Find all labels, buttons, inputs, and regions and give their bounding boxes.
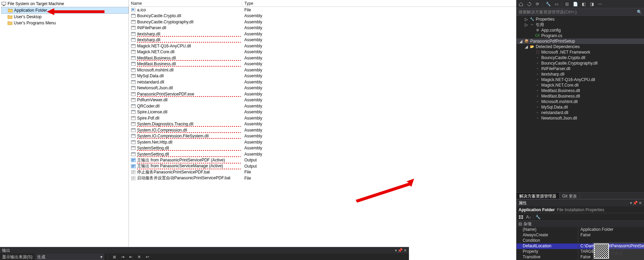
tree-node[interactable]: ▫Magick.NET.Core.dll [517,82,644,88]
file-row[interactable]: System.IO.Compression.FileSystem.dllAsse… [129,133,516,139]
output-pin-icon[interactable]: 📌 [398,248,403,253]
tree-node[interactable]: ⚙App.config [517,27,644,33]
search-input[interactable] [519,10,635,14]
tree-node[interactable]: ▫INIFileParser.dll [517,66,644,71]
property-row[interactable]: AlwaysCreateFalse [517,233,644,238]
file-row[interactable]: 停止服务PanasonicPrintServicePDF.batFile [129,169,516,176]
tree-node[interactable]: ▫BouncyCastle.Crypto.dll [517,55,644,60]
tree-node[interactable]: ▫Medifast.Business.dll [517,93,644,99]
tab[interactable]: 解决方案资源管理器 [517,193,559,199]
tree-node[interactable]: ▫BouncyCastle.Cryptography.dll [517,60,644,66]
more-icon[interactable]: ⋯ [597,1,603,7]
twisty-icon[interactable]: ▷ [524,22,528,27]
fs-folder-label: User's Programs Menu [14,21,56,25]
output-tool-3-icon[interactable]: ⇤ [128,254,134,260]
tree-node[interactable]: ▷▫▫引用 [517,22,644,27]
refresh-icon[interactable]: ⟳ [534,1,541,7]
spell-error-underline [137,150,241,151]
tree-node[interactable]: ▫Medifast.Business.dll [517,88,644,93]
tree-node[interactable]: ▫Newtonsoft.Json.dll [517,115,644,121]
tree-node[interactable]: ▫netstandard.dll [517,110,644,115]
file-row[interactable]: INIFileParser.dllAssembly [129,25,516,31]
property-value[interactable]: Application Folder [578,227,644,233]
file-row[interactable]: BouncyCastle.Crypto.dllAssembly [129,13,516,19]
tree-node[interactable]: ▫Magick.NET-Q16-AnyCPU.dll [517,77,644,82]
output-close-icon[interactable]: ✕ [403,248,407,253]
twisty-icon[interactable]: ◢ [524,44,528,49]
fs-folder[interactable]: User's Programs Menu [1,20,129,26]
file-row[interactable]: SystemSetting.dllAssembly [129,151,516,157]
fs-root-node[interactable]: File System on Target Machine [1,1,129,7]
file-row[interactable]: PanasonicPrintServicePDF.exeAssembly [129,91,516,97]
file-row[interactable]: BouncyCastle.Cryptography.dllAssembly [129,19,516,25]
file-row[interactable]: Magick.NET.Core.dllAssembly [129,49,516,55]
file-row[interactable]: System.Diagnostics.Tracing.dllAssembly [129,121,516,127]
file-row[interactable]: Spire.Pdf.dllAssembly [129,115,516,121]
file-row[interactable]: MySql.Data.dllAssembly [129,73,516,79]
col-header-type[interactable]: Type [242,0,516,7]
file-row[interactable]: itextsharp.dllAssembly [129,37,516,43]
tab[interactable]: Git 更改 [559,193,580,199]
out-icon [131,158,136,162]
file-row[interactable]: SystemSetting.dllAssembly [129,145,516,151]
file-row[interactable]: netstandard.dllAssembly [129,79,516,85]
property-value[interactable]: False [578,233,644,238]
file-row[interactable]: 主输出 from PanasonicPrintServicePDF (Activ… [129,157,516,163]
file-row[interactable]: itextsharp.dllAssembly [129,31,516,37]
tree-node[interactable]: ⬚Microsoft .NET Framework [517,49,644,55]
file-row[interactable]: Microsoft.mshtml.dllAssembly [129,67,516,73]
file-row[interactable]: Medifast.Business.dllAssembly [129,61,516,67]
tree-node[interactable]: ▫itextsharp.dll [517,71,644,77]
twisty-icon[interactable]: ◢ [519,39,523,44]
search-icon[interactable]: 🔍 [637,10,642,14]
file-row[interactable]: QRCoder.dllAssembly [129,103,516,109]
output-dropdown-icon[interactable]: ▾ [395,248,397,253]
tree-node[interactable]: ▷🔧Properties [517,16,644,22]
output-wrap-icon[interactable]: ↩ [144,254,151,260]
show-all-icon[interactable]: ▭ [553,1,559,7]
file-name: PanasonicPrintServicePDF.exe [137,92,194,97]
home-icon[interactable] [518,1,524,7]
solution-explorer-search[interactable]: 🔍 [517,8,644,16]
tree-node[interactable]: C#Program.cs [517,33,644,38]
sync-icon[interactable] [526,1,532,7]
properties-icon[interactable]: 📄 [572,1,578,7]
file-row[interactable]: Magick.NET-Q16-AnyCPU.dllAssembly [129,43,516,49]
wrench-icon[interactable]: 🔧 [545,1,551,7]
view-icon[interactable]: ◧ [580,1,587,7]
collapse-all-icon[interactable]: ⊟ [564,1,570,7]
output-clear-icon[interactable]: ✕ [136,254,142,260]
output-tool-2-icon[interactable]: ⇥ [120,254,126,260]
file-row[interactable]: 启动服务并设置自动PanasonicPrintServicePDF.batFil… [129,175,516,181]
dll-icon: ▫ [535,111,540,115]
properties-category[interactable]: ⊟ 杂项 [517,221,644,227]
output-tool-1-icon[interactable]: ≣ [111,254,118,260]
tree-node[interactable]: ▫Microsoft.mshtml.dll [517,99,644,104]
tree-node[interactable]: ▫MySql.Data.dll [517,104,644,110]
props-wrench-icon[interactable]: 🔧 [535,214,541,220]
alphabetical-icon[interactable]: A↓ [525,214,532,220]
file-row[interactable]: Spire.License.dllAssembly [129,109,516,115]
output-source-combo[interactable]: 生成 ▾ [35,254,104,260]
file-row[interactable]: 主输出 from PanasonicServiceManage (Active)… [129,163,516,169]
col-header-name[interactable]: Name [129,0,242,7]
file-row[interactable]: System.Net.Http.dllAssembly [129,139,516,145]
preview-icon[interactable]: ◨ [589,1,595,7]
pin-icon[interactable]: 📌 [633,201,638,205]
fs-folder[interactable]: User's Desktop [1,14,129,20]
twisty-icon[interactable]: ▷ [524,17,528,22]
file-row[interactable]: System.IO.Compression.dllAssembly [129,127,516,133]
file-row[interactable]: Newtonsoft.Json.dllAssembly [129,85,516,91]
tree-node[interactable]: ◢📂Detected Dependencies [517,44,644,49]
close-icon[interactable]: ✕ [639,201,642,205]
dropdown-icon[interactable]: ▾ [630,201,632,205]
property-row[interactable]: (Name)Application Folder [517,227,644,233]
solution-tree[interactable]: ▷🔧Properties▷▫▫引用⚙App.configC#Program.cs… [517,16,644,192]
file-row[interactable]: PdfiumViewer.dllAssembly [129,97,516,103]
categorized-icon[interactable] [518,214,524,220]
file-row[interactable]: Medifast.Business.dllAssembly [129,55,516,61]
file-row[interactable]: a.icoFile [129,7,516,13]
tree-node[interactable]: ◢📦PanasonicPdfPrintSetup [517,38,644,44]
asm-icon [131,32,136,36]
fs-folder[interactable]: Application Folder [1,7,129,14]
